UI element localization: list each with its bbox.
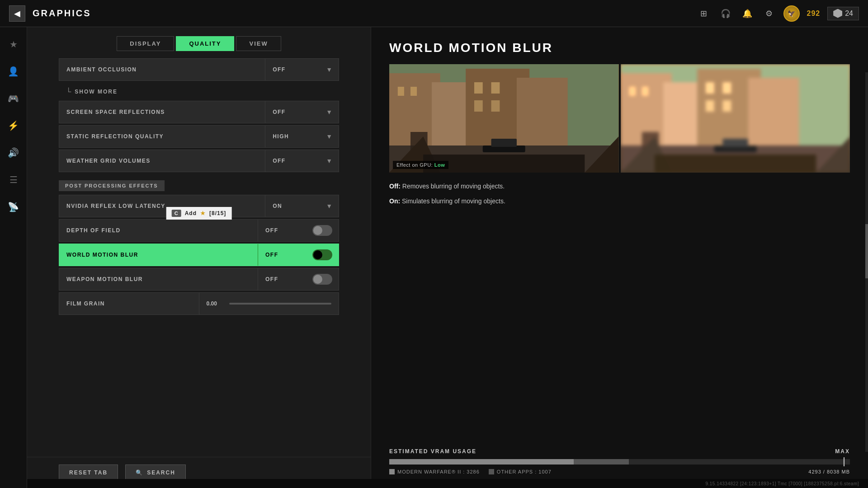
chevron-down-icon: ▼ [320,157,339,164]
desc-on-keyword: On: [389,197,400,205]
sidebar-item-controller[interactable]: 🎮 [5,90,22,107]
game-scene-on [621,64,850,173]
reset-tab-button[interactable]: RESET TAB [59,465,118,481]
back-button[interactable]: ◀ [9,5,25,22]
vram-bar-mw [389,459,574,465]
settings-list: AMBIENT OCCLUSION OFF ▼ └ SHOW MORE SCRE… [27,58,371,457]
gear-icon[interactable]: ⚙ [762,6,776,21]
wgv-value: OFF [265,158,320,164]
center-content: DISPLAY QUALITY VIEW AMBIENT OCCLUSION O… [27,27,371,488]
main-layout: ★ 👤 🎮 ⚡ 🔊 ☰ 📡 DISPLAY QUALITY VIEW AMBIE… [0,27,868,488]
grid-icon[interactable]: ⊞ [697,6,711,21]
vram-legend-mw-box [389,469,395,474]
ambient-occlusion-label: AMBIENT OCCLUSION [59,66,265,73]
toggle-knob [313,226,322,235]
page-title: GRAPHICS [33,8,91,19]
vram-bar-other [574,459,629,465]
cod-points-value: 24 [845,9,853,18]
film-grain-slider-container[interactable]: 0.00 [199,300,339,307]
preview-image-on [621,64,850,173]
search-button[interactable]: 🔍 SEARCH [125,465,186,481]
scrollbar-track[interactable] [865,72,868,452]
svg-rect-4 [517,78,568,145]
toggle-knob [313,250,322,259]
desc-off-keyword: Off: [389,183,401,190]
avatar[interactable]: 🦅 [783,5,800,22]
svg-rect-24 [642,87,648,96]
vram-max-line [844,457,844,466]
desc-on-line: On: Simulates blurring of moving objects… [389,197,850,206]
chevron-down-icon: ▼ [320,202,339,210]
sidebar-item-audio[interactable]: 🔊 [5,145,22,161]
description-block: Off: Removes blurring of moving objects.… [389,182,850,206]
vram-other-label: OTHER APPS : 1007 [497,469,552,474]
cod-points-container[interactable]: 24 [827,7,859,20]
svg-rect-35 [722,139,748,147]
ssr-value: OFF [265,109,320,115]
status-text: 9.15.14334822 [24:123:1893+1] Tmc [7000]… [705,481,859,486]
setting-world-motion-blur[interactable]: WORLD MOTION BLUR OFF [59,244,339,266]
show-more-label: SHOW MORE [75,89,118,95]
wgv-label: WEATHER GRID VOLUMES [59,158,265,164]
vram-label-left: MODERN WARFARE® II : 3286 OTHER APPS : 1… [389,469,552,474]
game-scene-off: Effect on GPU: Low [389,64,619,173]
ambient-occlusion-value: OFF [265,66,320,73]
film-grain-slider-track[interactable] [229,303,332,305]
tabs-bar: DISPLAY QUALITY VIEW [27,27,371,58]
sidebar-item-graphics[interactable]: ⚡ [5,117,22,134]
sidebar-item-profile[interactable]: 👤 [5,63,22,80]
wmb-toggle[interactable] [312,249,332,260]
film-grain-value: 0.00 [207,300,225,307]
svg-rect-10 [491,100,500,112]
setting-weather-grid-volumes[interactable]: WEATHER GRID VOLUMES OFF ▼ [59,150,339,172]
right-panel: WORLD MOTION BLUR [371,27,868,488]
vram-section: ESTIMATED VRAM USAGE MAX MODERN WARFARE®… [389,448,850,474]
dof-value: OFF [258,227,312,234]
tab-display[interactable]: DISPLAY [117,36,174,51]
left-sidebar: ★ 👤 🎮 ⚡ 🔊 ☰ 📡 [0,27,27,488]
setting-weapon-motion-blur[interactable]: WEAPON MOTION BLUR OFF [59,268,339,291]
weap-mb-label: WEAPON MOTION BLUR [59,276,258,282]
scrollbar-thumb[interactable] [865,224,868,278]
toggle-knob [313,275,322,284]
wmb-value: OFF [258,252,312,258]
weapon-mb-toggle[interactable] [312,274,332,285]
srq-value: HIGH [265,133,320,140]
panel-title: WORLD MOTION BLUR [389,41,850,55]
tooltip-action: Add [185,210,197,216]
nvidia-reflex-label: NVIDIA REFLEX LOW LATENCY [59,203,265,209]
cod-currency-icon [833,9,842,18]
dof-label: DEPTH OF FIELD [59,227,258,234]
chevron-down-icon: ▼ [320,133,339,140]
post-processing-section-header: POST PROCESSING EFFECTS [59,174,339,195]
nvidia-reflex-value: ON [265,203,320,209]
setting-ambient-occlusion[interactable]: AMBIENT OCCLUSION OFF ▼ [59,58,339,81]
vram-mw-label: MODERN WARFARE® II : 3286 [397,469,480,474]
svg-rect-7 [474,82,483,94]
setting-depth-of-field[interactable]: DEPTH OF FIELD OFF C Add ★ [8/15] [59,219,339,242]
search-icon: 🔍 [136,469,143,476]
header: ◀ GRAPHICS ⊞ 🎧 🔔 ⚙ 🦅 292 24 [0,0,868,27]
svg-rect-9 [474,100,483,112]
vram-legend-other-box [489,469,494,474]
setting-screen-space-reflections[interactable]: SCREEN SPACE REFLECTIONS OFF ▼ [59,101,339,123]
setting-film-grain[interactable]: FILM GRAIN 0.00 [59,292,339,315]
setting-static-reflection-quality[interactable]: STATIC REFLECTION QUALITY HIGH ▼ [59,125,339,148]
svg-rect-5 [398,87,404,96]
preview-images: Effect on GPU: Low [389,64,850,173]
preview-image-off: Effect on GPU: Low [389,64,619,173]
tab-quality[interactable]: QUALITY [176,36,234,51]
bell-icon[interactable]: 🔔 [740,6,755,21]
sidebar-item-interface[interactable]: ☰ [5,172,22,188]
headphone-icon[interactable]: 🎧 [718,6,733,21]
sidebar-item-network[interactable]: 📡 [5,199,22,215]
svg-rect-27 [705,100,714,112]
tab-view[interactable]: VIEW [236,36,281,51]
vram-bar-container [389,459,850,465]
vram-total-value: 4293 / 8038 MB [808,469,850,474]
dof-toggle[interactable] [312,225,332,236]
show-more-row[interactable]: └ SHOW MORE [59,83,339,101]
vram-labels: MODERN WARFARE® II : 3286 OTHER APPS : 1… [389,469,850,474]
vram-header: ESTIMATED VRAM USAGE MAX [389,448,850,455]
sidebar-item-favorites[interactable]: ★ [5,36,22,52]
